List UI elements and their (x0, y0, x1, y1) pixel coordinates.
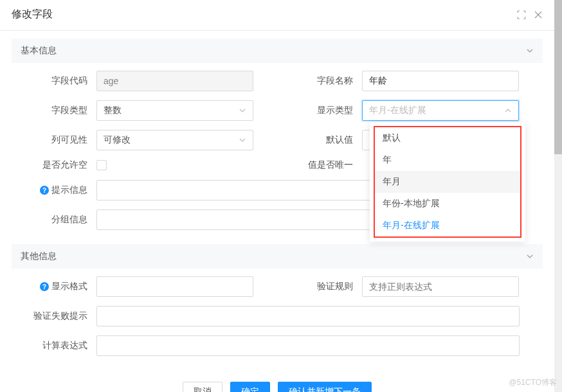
help-icon[interactable]: ? (40, 282, 49, 291)
dropdown-option[interactable]: 年月 (375, 171, 520, 193)
scrollbar[interactable] (554, 0, 562, 392)
select-field-type-text: 整数 (104, 105, 122, 116)
fullscreen-icon[interactable] (517, 10, 526, 19)
dropdown-option-selected[interactable]: 年月-在线扩展 (375, 215, 520, 236)
modal-title: 修改字段 (12, 8, 53, 21)
confirm-next-button[interactable]: 确认并新增下一条 (278, 382, 372, 392)
input-validate-fail-hint[interactable] (96, 306, 520, 326)
display-type-dropdown: 默认 年 年月 年份-本地扩展 年月-在线扩展 (370, 122, 525, 242)
select-field-type[interactable]: 整数 (96, 100, 253, 121)
input-validate-rule[interactable] (362, 276, 519, 297)
header-actions (517, 10, 543, 19)
watermark: @51CTO博客 (509, 377, 557, 388)
label-is-unique: 值是否唯一 (277, 159, 362, 171)
help-icon[interactable]: ? (40, 186, 49, 195)
label-default-value: 默认值 (277, 134, 362, 146)
select-col-visibility-text: 可修改 (104, 134, 131, 146)
confirm-button[interactable]: 确定 (230, 382, 270, 392)
label-col-visibility: 列可见性 (12, 134, 96, 146)
label-group-info: 分组信息 (12, 214, 96, 226)
modal-dialog: 修改字段 基本信息 字段代码 字段名称 (0, 0, 554, 392)
input-display-format[interactable] (96, 276, 253, 297)
chevron-down-icon (526, 47, 534, 55)
input-calc-expression[interactable] (96, 335, 520, 356)
dropdown-highlight-box: 默认 年 年月 年份-本地扩展 年月-在线扩展 (374, 126, 521, 238)
section-other-header[interactable]: 其他信息 (12, 244, 543, 269)
label-allow-null: 是否允许空 (12, 159, 96, 171)
chevron-up-icon (504, 107, 512, 114)
chevron-down-icon (239, 107, 246, 114)
dropdown-option[interactable]: 默认 (375, 127, 520, 149)
modal-header: 修改字段 (0, 0, 554, 31)
select-display-type[interactable]: 年月-在线扩展 (362, 100, 519, 121)
chevron-down-icon (239, 136, 246, 144)
chevron-down-icon (526, 253, 534, 260)
label-hint-info: ? 提示信息 (12, 184, 96, 196)
label-display-type: 显示类型 (277, 105, 362, 116)
cancel-button[interactable]: 取消 (183, 382, 222, 392)
dropdown-option[interactable]: 年份-本地扩展 (375, 193, 520, 215)
label-display-format: ? 显示格式 (12, 281, 96, 292)
select-col-visibility[interactable]: 可修改 (96, 130, 253, 150)
label-validate-fail-hint: 验证失败提示 (12, 310, 96, 322)
select-display-type-text: 年月-在线扩展 (369, 105, 426, 116)
label-calc-expression: 计算表达式 (12, 340, 96, 352)
label-field-name: 字段名称 (277, 75, 362, 87)
modal-footer: 取消 确定 确认并新增下一条 (0, 370, 554, 392)
label-field-type: 字段类型 (12, 105, 96, 116)
label-validate-rule: 验证规则 (277, 281, 362, 292)
section-basic-header[interactable]: 基本信息 (12, 39, 543, 63)
input-field-code (96, 71, 253, 91)
close-icon[interactable] (534, 10, 543, 19)
scrollbar-thumb[interactable] (554, 0, 562, 154)
other-form: ? 显示格式 验证规则 验证失败提示 计算表达式 (12, 269, 543, 370)
label-field-code: 字段代码 (12, 75, 96, 87)
dropdown-option[interactable]: 年 (375, 149, 520, 171)
section-other-title: 其他信息 (21, 251, 57, 262)
section-basic-title: 基本信息 (21, 45, 57, 57)
input-field-name[interactable] (362, 71, 519, 91)
checkbox-allow-null[interactable] (96, 160, 107, 170)
